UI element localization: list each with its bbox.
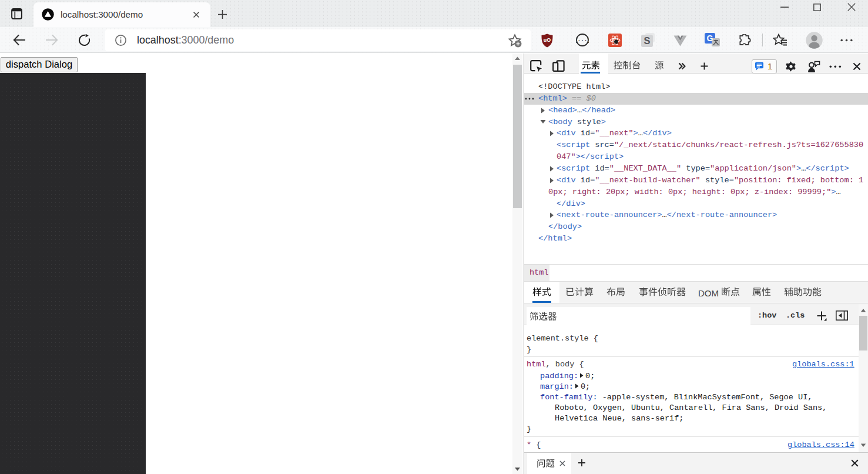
svg-text:{···}: {···} [576,37,589,44]
svg-text:uO: uO [544,37,551,43]
svg-text:S: S [644,35,650,46]
svg-text:G: G [707,34,713,43]
